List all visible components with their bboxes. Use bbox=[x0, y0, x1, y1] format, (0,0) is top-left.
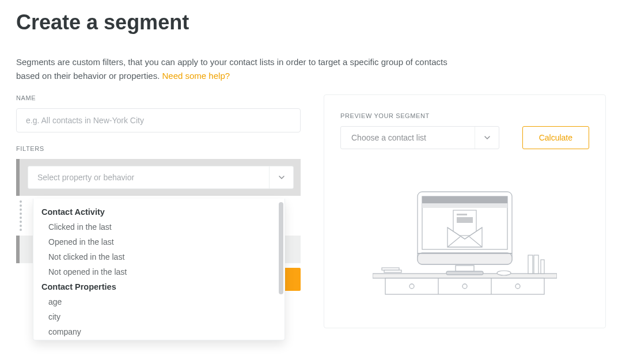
filter-accent-bar bbox=[16, 236, 20, 263]
svg-rect-14 bbox=[422, 203, 507, 208]
svg-rect-10 bbox=[418, 253, 512, 264]
dropdown-option-age[interactable]: age bbox=[33, 294, 285, 309]
page-description: Segments are custom filters, that you ca… bbox=[16, 57, 447, 81]
preview-label: PREVIEW YOUR SEGMENT bbox=[340, 112, 589, 119]
contact-list-select[interactable]: Choose a contact list bbox=[340, 126, 499, 149]
filter-accent-bar bbox=[16, 159, 20, 196]
help-link[interactable]: Need some help? bbox=[162, 71, 230, 81]
dropdown-group-label: Contact Properties bbox=[33, 279, 285, 294]
dropdown-option-company[interactable]: company bbox=[33, 324, 285, 339]
property-dropdown-panel: Contact Activity Clicked in the last Ope… bbox=[33, 199, 285, 340]
dropdown-option-city[interactable]: city bbox=[33, 309, 285, 324]
svg-rect-21 bbox=[534, 255, 538, 274]
svg-rect-17 bbox=[457, 217, 473, 223]
preview-column: PREVIEW YOUR SEGMENT Choose a contact li… bbox=[324, 94, 606, 328]
svg-rect-20 bbox=[528, 255, 533, 274]
preview-illustration bbox=[340, 186, 589, 301]
preview-panel: PREVIEW YOUR SEGMENT Choose a contact li… bbox=[324, 94, 606, 328]
contact-list-placeholder: Choose a contact list bbox=[341, 133, 475, 142]
filter-row: Select property or behavior bbox=[16, 159, 301, 196]
svg-rect-8 bbox=[446, 271, 483, 275]
dropdown-option-opened-last[interactable]: Opened in the last bbox=[33, 234, 285, 249]
segment-name-input[interactable] bbox=[16, 108, 301, 132]
name-label: NAME bbox=[16, 94, 301, 101]
calculate-button[interactable]: Calculate bbox=[522, 126, 589, 149]
filters-label: FILTERS bbox=[16, 145, 301, 152]
chevron-down-icon bbox=[475, 127, 499, 149]
page-title: Create a segment bbox=[16, 10, 606, 35]
dropdown-option-clicked-last[interactable]: Clicked in the last bbox=[33, 219, 285, 234]
svg-rect-11 bbox=[418, 253, 512, 254]
svg-rect-19 bbox=[384, 270, 401, 272]
dropdown-option-not-clicked-last[interactable]: Not clicked in the last bbox=[33, 249, 285, 264]
dropdown-group-label: Contact Activity bbox=[33, 204, 285, 219]
property-select-placeholder: Select property or behavior bbox=[28, 173, 269, 182]
property-select[interactable]: Select property or behavior bbox=[28, 166, 294, 189]
svg-rect-13 bbox=[422, 196, 507, 203]
svg-rect-18 bbox=[382, 268, 399, 270]
svg-rect-22 bbox=[541, 260, 544, 274]
page-description-wrapper: Segments are custom filters, that you ca… bbox=[16, 55, 454, 83]
scrollbar[interactable] bbox=[279, 202, 283, 294]
chevron-down-icon bbox=[269, 166, 293, 188]
svg-rect-16 bbox=[457, 214, 467, 215]
dropdown-option-not-opened-last[interactable]: Not opened in the last bbox=[33, 264, 285, 279]
svg-rect-7 bbox=[456, 266, 474, 271]
svg-point-23 bbox=[497, 271, 511, 275]
